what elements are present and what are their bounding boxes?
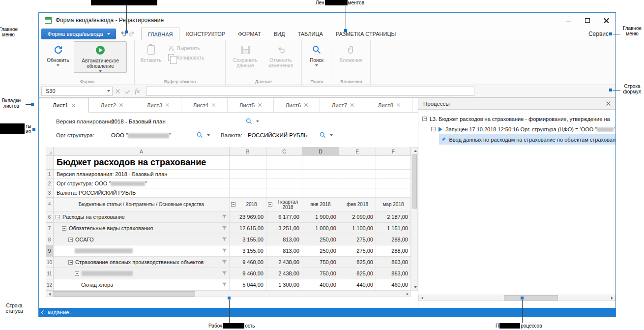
formula-input[interactable]: [146, 87, 474, 96]
collapse-icon[interactable]: [268, 202, 272, 207]
close-sheet-icon[interactable]: [166, 103, 169, 107]
tab-konstruktor[interactable]: КОНСТРУКТОР: [179, 28, 232, 40]
column-header-e[interactable]: E: [339, 147, 376, 156]
tab-format[interactable]: ФОРМАТ: [232, 28, 267, 40]
row-header[interactable]: 7: [46, 223, 54, 234]
cancel-entry-button[interactable]: [113, 85, 122, 97]
scroll-down-arrow[interactable]: [412, 284, 418, 290]
close-sheet-icon[interactable]: [304, 103, 308, 107]
collapse-icon[interactable]: [231, 202, 235, 207]
confirm-entry-button[interactable]: [122, 85, 132, 97]
row-header[interactable]: 6: [46, 211, 54, 223]
process-node[interactable]: Запущен 17.10.2018 12:50:16 Орг. структу…: [418, 124, 615, 134]
minimize-button[interactable]: [559, 13, 578, 28]
version-value[interactable]: 2018 - Базовый план: [111, 119, 166, 124]
filter-icon[interactable]: [222, 214, 227, 220]
row-header[interactable]: 10: [46, 257, 54, 268]
scroll-right-arrow[interactable]: [609, 295, 615, 301]
sheet-title-cell[interactable]: Бюджет расходов на страхование: [54, 156, 230, 170]
scroll-up-arrow[interactable]: [412, 148, 418, 154]
app-menu-button[interactable]: Форма ввода/вывода: [41, 29, 116, 39]
row-header[interactable]: 3: [46, 188, 54, 198]
chevron-down-icon[interactable]: [330, 134, 333, 136]
collapse-icon[interactable]: [75, 271, 79, 276]
maximize-button[interactable]: [578, 13, 597, 28]
close-panel-icon[interactable]: [606, 101, 611, 106]
search-icon[interactable]: [319, 131, 326, 139]
chevron-down-icon[interactable]: [207, 134, 210, 136]
column-header-a[interactable]: A: [54, 147, 230, 156]
filter-icon[interactable]: [222, 237, 227, 243]
copy-button[interactable]: Копировать: [165, 53, 207, 62]
scroll-left-arrow[interactable]: [46, 291, 53, 297]
cell-reference-box[interactable]: S30: [41, 87, 113, 96]
row-header[interactable]: 11: [46, 268, 54, 279]
row-header[interactable]: 4: [46, 198, 54, 211]
refresh-button[interactable]: Обновить: [42, 41, 74, 66]
redo-button[interactable]: [128, 30, 136, 37]
scrollbar-thumb[interactable]: [53, 291, 195, 297]
close-sheet-icon[interactable]: [212, 103, 215, 107]
collapse-icon[interactable]: [62, 226, 66, 231]
auto-refresh-button[interactable]: Автоматическое обновление: [74, 41, 127, 73]
tab-vid[interactable]: ВИД: [267, 28, 292, 40]
collapse-icon[interactable]: [68, 238, 73, 242]
close-sheet-icon[interactable]: [72, 104, 75, 107]
process-step-selected[interactable]: Ввод данных по расходам на страхование п…: [439, 134, 615, 145]
filter-icon[interactable]: [222, 225, 227, 232]
save-data-button[interactable]: Сохранить данные: [228, 41, 263, 68]
currency-value[interactable]: РОССИЙСКИЙ РУБЛЬ: [248, 132, 308, 138]
row-header[interactable]: 1: [46, 170, 54, 179]
column-header-b[interactable]: B: [230, 147, 266, 156]
column-header-c[interactable]: C: [266, 147, 302, 156]
cut-button[interactable]: Вырезать: [165, 43, 207, 53]
horizontal-scrollbar[interactable]: [418, 295, 615, 301]
select-all-corner[interactable]: [46, 147, 54, 156]
close-sheet-icon[interactable]: [258, 103, 262, 107]
collapse-icon[interactable]: [422, 117, 427, 121]
vertical-scrollbar[interactable]: [411, 147, 418, 291]
scrollbar-thumb[interactable]: [504, 295, 558, 300]
close-button[interactable]: [597, 13, 615, 28]
search-icon[interactable]: [196, 131, 204, 139]
paste-button[interactable]: Вставить: [137, 41, 165, 63]
collapse-icon[interactable]: [56, 215, 60, 219]
org-structure-value[interactable]: ООО "": [111, 132, 171, 138]
attachments-button[interactable]: Вложения: [334, 41, 368, 63]
search-icon[interactable]: [245, 118, 253, 125]
row-header[interactable]: [46, 156, 54, 170]
scrollbar-thumb[interactable]: [412, 154, 417, 209]
sheet-tab-8[interactable]: Лист8: [366, 98, 412, 112]
sheet-tab-4[interactable]: Лист4: [181, 98, 228, 112]
sheet-tab-2[interactable]: Лист2: [89, 98, 135, 112]
row-header-selected[interactable]: 9: [46, 245, 54, 257]
budget-items-header[interactable]: Бюджетные статьи / Контрагенты / Основны…: [54, 198, 230, 211]
filter-icon[interactable]: [222, 259, 227, 266]
close-sheet-icon[interactable]: [351, 103, 354, 107]
sheet-tab-3[interactable]: Лист3: [135, 98, 181, 112]
collapse-chevron-icon[interactable]: [41, 310, 45, 314]
service-menu[interactable]: Сервис: [588, 30, 609, 37]
column-header-d[interactable]: D: [302, 147, 339, 156]
chevron-down-icon[interactable]: [256, 120, 259, 122]
row-header[interactable]: 8: [46, 234, 54, 245]
scroll-right-arrow[interactable]: [404, 291, 410, 297]
search-button[interactable]: Поиск: [304, 41, 329, 66]
tab-razmetka[interactable]: РАЗМЕТКА СТРАНИЦЫ: [329, 28, 402, 40]
tab-tablitsa[interactable]: ТАБЛИЦА: [291, 28, 329, 40]
sheet-tab-5[interactable]: Лист5: [228, 98, 274, 112]
sheet-tab-6[interactable]: Лист6: [274, 98, 320, 112]
tab-glavnaya[interactable]: ГЛАВНАЯ: [141, 28, 179, 40]
filter-icon[interactable]: [222, 270, 227, 277]
close-sheet-icon[interactable]: [397, 103, 400, 107]
scroll-left-arrow[interactable]: [419, 295, 425, 301]
sheet-tab-1[interactable]: Лист1: [39, 98, 89, 113]
undo-changes-button[interactable]: Отменить изменения: [263, 41, 298, 68]
insert-function-button[interactable]: fx: [132, 85, 142, 97]
column-header-f[interactable]: F: [376, 147, 411, 156]
row-header[interactable]: 12: [46, 279, 54, 291]
collapse-icon[interactable]: [431, 127, 436, 131]
row-header[interactable]: 2: [46, 179, 54, 188]
collapse-icon[interactable]: [68, 260, 73, 265]
filter-icon[interactable]: [222, 248, 227, 254]
